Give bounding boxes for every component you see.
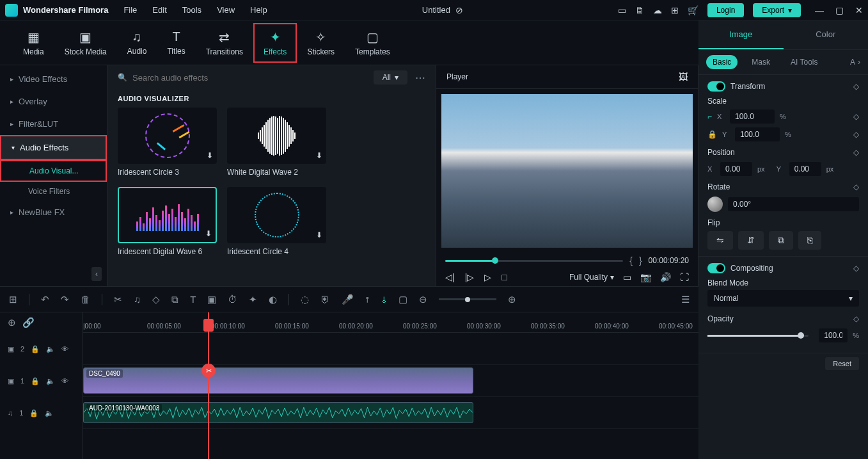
volume-icon[interactable]: 🔊	[660, 272, 671, 282]
save-icon[interactable]: 🗎	[635, 5, 644, 15]
track-header-a1[interactable]: ♫1 🔒 🔈	[0, 397, 83, 429]
quality-dropdown[interactable]: Full Quality▾	[569, 273, 614, 282]
effect-card[interactable]: document.write('') ⬇ White Digital Wave …	[227, 108, 326, 177]
collapse-sidebar-button[interactable]: ‹	[91, 267, 102, 281]
tab-templates[interactable]: ▢Templates	[345, 26, 400, 60]
scale-y-input[interactable]	[735, 127, 780, 141]
screen-icon[interactable]: ▭	[618, 5, 626, 15]
camera-icon[interactable]: 📷	[640, 272, 651, 282]
text-icon[interactable]: T	[190, 294, 196, 305]
playhead[interactable]: ✂	[208, 312, 209, 459]
keyframe-icon[interactable]: ◇	[853, 112, 859, 121]
video-clip[interactable]: DSC_0490	[83, 367, 473, 394]
play-button[interactable]: ▷	[484, 272, 491, 282]
pos-x-input[interactable]	[720, 162, 752, 176]
props-tab-image[interactable]: Image	[698, 20, 784, 49]
flip-paste-button[interactable]: ⎘	[798, 231, 821, 250]
redo-icon[interactable]: ↷	[61, 294, 69, 305]
tab-effects[interactable]: ✦Effects	[253, 23, 297, 63]
keyframe-icon[interactable]: ◇	[853, 314, 859, 323]
fx-icon[interactable]: ✦	[249, 294, 257, 305]
rotate-input[interactable]	[728, 197, 859, 211]
sidebar-audio-effects[interactable]: ▾Audio Effects	[0, 135, 107, 160]
menu-file[interactable]: File	[123, 5, 137, 15]
opacity-input[interactable]	[819, 328, 848, 342]
subtab-more[interactable]: A›	[850, 58, 860, 67]
download-icon[interactable]: ⬇	[205, 229, 212, 238]
login-button[interactable]: Login	[707, 3, 744, 17]
mute-icon[interactable]: 🔈	[46, 345, 55, 353]
magnet-icon[interactable]: ⫰	[382, 294, 387, 305]
track-row-v2[interactable]	[83, 333, 698, 365]
track-header-v1[interactable]: ▣1 🔒 🔈 👁	[0, 365, 83, 397]
delete-icon[interactable]: 🗑	[81, 294, 90, 305]
display-icon[interactable]: ▭	[623, 272, 631, 282]
minimize-button[interactable]: —	[815, 5, 824, 15]
rotate-knob[interactable]	[707, 197, 723, 212]
download-icon[interactable]: ⬇	[316, 230, 322, 239]
mark-in-icon[interactable]: {	[629, 255, 633, 266]
playhead-cut-button[interactable]: ✂	[201, 364, 216, 378]
flip-horizontal-button[interactable]: ⇋	[707, 231, 733, 250]
scrub-thumb[interactable]	[492, 257, 498, 264]
color-icon[interactable]: ◐	[269, 294, 277, 305]
track-row-v1[interactable]: DSC_0490	[83, 365, 698, 397]
sidebar-overlay[interactable]: ▸Overlay	[0, 90, 107, 113]
cart-icon[interactable]: 🛒	[688, 5, 698, 15]
transform-toggle[interactable]	[707, 81, 725, 92]
menu-edit[interactable]: Edit	[152, 5, 166, 15]
export-button[interactable]: Export▾	[753, 3, 801, 17]
blend-mode-select[interactable]: Normal▾	[707, 290, 859, 307]
tag-icon[interactable]: ◇	[152, 294, 160, 305]
keyframe-icon[interactable]: ◇	[853, 148, 859, 157]
add-track-icon[interactable]: ⊕	[8, 317, 16, 328]
audio-clip[interactable]: AUD-20190130-WA0003	[83, 402, 473, 423]
link-tracks-icon[interactable]: 🔗	[22, 317, 35, 328]
timeline-options-icon[interactable]: ☰	[681, 294, 690, 305]
snapshot-icon[interactable]: 🖼	[679, 72, 688, 82]
sidebar-video-effects[interactable]: ▸Video Effects	[0, 68, 107, 90]
playhead-handle[interactable]	[203, 319, 214, 332]
link-xy-icon[interactable]: ⌐	[707, 112, 712, 121]
effect-card[interactable]: ⬇ Iridescent Digital Wave 6	[118, 187, 217, 256]
adjust-icon[interactable]: ◌	[301, 294, 309, 305]
menu-view[interactable]: View	[217, 5, 235, 15]
cloud-icon[interactable]: ☁	[653, 5, 662, 15]
menu-help[interactable]: Help	[250, 5, 267, 15]
track-row-a1[interactable]: AUD-20190130-WA0003	[83, 397, 698, 429]
lock-icon[interactable]: 🔒	[31, 377, 40, 385]
tab-audio[interactable]: ♫Audio	[117, 26, 157, 60]
stop-button[interactable]: □	[501, 272, 507, 282]
compositing-toggle[interactable]	[707, 263, 725, 273]
music-icon[interactable]: ♫	[134, 294, 141, 305]
tracks-content[interactable]: |00:00 00:00:05:00 00:00:10:00 00:00:15:…	[83, 312, 698, 459]
mute-icon[interactable]: 🔈	[46, 377, 55, 385]
sidebar-sub-voice-filters[interactable]: Voice Filters	[0, 182, 107, 201]
flip-copy-button[interactable]: ⧉	[769, 231, 793, 250]
more-menu-button[interactable]: ⋯	[415, 72, 425, 84]
sidebar-filter-lut[interactable]: ▸Filter&LUT	[0, 113, 107, 135]
apps-icon[interactable]: ⊞	[671, 5, 679, 15]
keyframe-icon[interactable]: ◇	[853, 182, 859, 191]
keyframe-icon[interactable]: ◇	[853, 82, 859, 91]
props-tab-color[interactable]: Color	[784, 20, 869, 49]
mark-out-icon[interactable]: }	[639, 255, 642, 266]
sidebar-newblue[interactable]: ▸NewBlue FX	[0, 201, 107, 223]
zoom-slider[interactable]	[439, 298, 496, 300]
mixer-icon[interactable]: ⫯	[365, 294, 370, 305]
reset-button[interactable]: Reset	[825, 357, 859, 370]
tab-transitions[interactable]: ⇄Transitions	[196, 26, 253, 60]
tab-stickers[interactable]: ✧Stickers	[297, 26, 345, 60]
sidebar-sub-audio-visualizer[interactable]: Audio Visual...	[0, 160, 107, 182]
effect-card[interactable]: ⬇ Iridescent Circle 3	[118, 108, 217, 177]
undo-icon[interactable]: ↶	[41, 294, 49, 305]
frame-icon[interactable]: ▣	[207, 294, 216, 305]
maximize-button[interactable]: ▢	[835, 5, 844, 15]
search-input[interactable]	[132, 73, 366, 83]
player-viewport[interactable]	[441, 94, 693, 248]
scrub-track[interactable]	[445, 260, 623, 262]
lock-xy-icon[interactable]: 🔒	[707, 130, 717, 139]
lock-icon[interactable]: 🔒	[31, 345, 40, 353]
mute-icon[interactable]: 🔈	[45, 409, 54, 417]
tab-titles[interactable]: TTitles	[157, 26, 195, 60]
